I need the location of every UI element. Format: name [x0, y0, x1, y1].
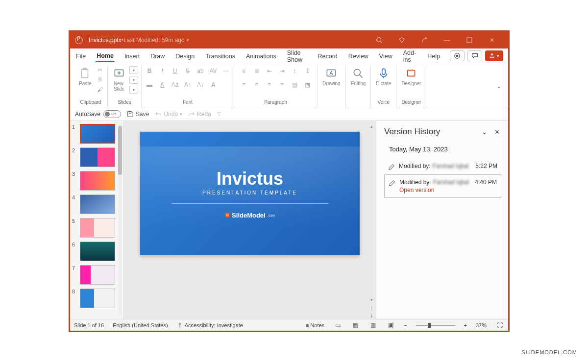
section-dropdown[interactable]: ▾ — [129, 86, 138, 94]
cut-icon[interactable]: ✂ — [96, 66, 104, 74]
diamond-icon[interactable] — [397, 36, 406, 45]
copy-icon[interactable]: ⎘ — [96, 76, 104, 84]
font-color-button[interactable]: A — [157, 80, 167, 90]
notes-button[interactable]: ≡ Notes — [306, 322, 324, 328]
shrink-font-button[interactable]: A↓ — [196, 80, 205, 90]
underline-button[interactable]: U — [170, 66, 180, 76]
text-direction-button[interactable]: ↧ — [303, 66, 313, 76]
slide-thumbnail[interactable] — [80, 171, 115, 191]
minimize-button[interactable]: — — [442, 36, 451, 45]
indent-inc-button[interactable]: ⇥ — [277, 66, 287, 76]
spacing-button[interactable]: AV — [208, 66, 218, 76]
columns-button[interactable]: ▥ — [290, 80, 300, 90]
smartart-button[interactable]: ⬔ — [303, 80, 313, 90]
document-filename[interactable]: Invictus.pptx — [89, 37, 122, 44]
version-item-selected[interactable]: Modified by: Farshad Iqbal Open version … — [384, 174, 501, 198]
tab-transitions[interactable]: Transitions — [204, 50, 236, 62]
panel-close-icon[interactable]: ✕ — [492, 127, 501, 136]
slide-counter[interactable]: Slide 1 of 16 — [74, 322, 104, 328]
autosave-toggle[interactable]: Off — [103, 110, 121, 118]
tab-home[interactable]: Home — [96, 49, 115, 62]
numbering-button[interactable]: ≣ — [252, 66, 262, 76]
tab-file[interactable]: File — [75, 50, 87, 62]
zoom-level[interactable]: 37% — [476, 322, 487, 328]
zoom-in-button[interactable]: + — [464, 322, 467, 328]
next-slide-icon[interactable]: ⭳ — [369, 313, 374, 318]
slide-thumbnail[interactable] — [80, 147, 115, 167]
shadow-button[interactable]: ab — [196, 66, 205, 76]
maximize-button[interactable] — [465, 36, 474, 45]
open-version-link[interactable]: Open version — [399, 187, 471, 194]
panel-collapse-icon[interactable]: ⌄ — [480, 127, 489, 136]
version-item[interactable]: Modified by: Farshad Iqbal 5:22 PM — [384, 159, 501, 174]
camera-button[interactable] — [450, 50, 465, 61]
strikethrough-button[interactable]: S̶ — [183, 66, 193, 76]
bold-button[interactable]: B — [145, 66, 154, 76]
justify-button[interactable]: ≡ — [277, 80, 287, 90]
bullets-button[interactable]: ≡ — [239, 66, 249, 76]
prev-slide-icon[interactable]: ⭱ — [369, 306, 374, 311]
designer-button[interactable]: Designer — [399, 66, 423, 87]
font-more[interactable]: ⋯ — [221, 66, 231, 76]
ribbon-collapse-button[interactable]: ⌄ — [496, 83, 501, 90]
align-left-button[interactable]: ≡ — [239, 80, 249, 90]
tab-record[interactable]: Record — [317, 50, 339, 62]
indent-dec-button[interactable]: ⇤ — [265, 66, 274, 76]
reset-button[interactable]: ▾ — [129, 76, 138, 84]
last-modified[interactable]: Last Modified: 59m ago — [123, 37, 185, 44]
normal-view-icon[interactable]: ▭ — [333, 322, 342, 329]
align-right-button[interactable]: ≡ — [265, 80, 274, 90]
layout-dropdown[interactable]: ▾ — [129, 66, 138, 74]
tab-view[interactable]: View — [378, 50, 393, 62]
tab-help[interactable]: Help — [426, 50, 441, 62]
slide-thumbnail[interactable] — [80, 218, 115, 238]
thumbnails-scrollbar[interactable] — [118, 124, 122, 316]
slide-thumbnail[interactable] — [80, 124, 115, 144]
redo-button[interactable]: Redo — [188, 111, 211, 118]
tab-slideshow[interactable]: Slide Show — [286, 47, 308, 65]
slide-thumbnail[interactable] — [80, 242, 115, 261]
slideshow-view-icon[interactable]: ▣ — [386, 322, 395, 329]
slide-canvas[interactable]: Invictus PRESENTATION TEMPLATE SlideMode… — [124, 121, 376, 319]
new-slide-button[interactable]: New Slide — [111, 66, 127, 93]
language-indicator[interactable]: English (United States) — [113, 322, 168, 328]
fit-window-icon[interactable]: ⛶ — [495, 322, 504, 329]
search-icon[interactable] — [375, 36, 384, 45]
reading-view-icon[interactable]: ▥ — [368, 322, 377, 329]
chevron-down-icon[interactable]: ▾ — [187, 38, 189, 43]
line-spacing-button[interactable]: ↕ — [290, 66, 300, 76]
scroll-down-icon[interactable]: ▾ — [370, 297, 373, 302]
slide-thumbnail[interactable] — [80, 194, 115, 214]
align-center-button[interactable]: ≡ — [252, 80, 262, 90]
dictate-button[interactable]: Dictate — [374, 66, 393, 87]
share-button[interactable]: ▾ — [485, 50, 503, 61]
canvas-scrollbar[interactable]: ▴ ▾ ⭱ ⭳ — [368, 121, 375, 319]
save-button[interactable]: Save — [127, 111, 149, 118]
undo-button[interactable]: Undo▾ — [155, 111, 182, 118]
coming-soon-icon[interactable] — [420, 36, 429, 45]
comments-button[interactable] — [467, 50, 482, 61]
format-painter-icon[interactable]: 🖌 — [96, 86, 104, 94]
clear-format-button[interactable]: A̷ — [208, 80, 218, 90]
zoom-out-button[interactable]: − — [404, 322, 407, 328]
scroll-up-icon[interactable]: ▴ — [370, 124, 373, 129]
accessibility-status[interactable]: Accessibility: Investigate — [177, 322, 243, 328]
tab-animations[interactable]: Animations — [245, 50, 277, 62]
zoom-slider[interactable] — [416, 325, 455, 326]
sorter-view-icon[interactable]: ▦ — [351, 322, 360, 329]
drawing-button[interactable]: A Drawing — [320, 66, 343, 87]
highlight-button[interactable]: ▬ — [145, 80, 154, 90]
close-button[interactable]: ✕ — [488, 36, 496, 45]
slide-thumbnail[interactable] — [80, 265, 115, 285]
tab-review[interactable]: Review — [347, 50, 369, 62]
paste-button[interactable]: Paste — [77, 66, 94, 87]
quick-customize[interactable]: ▽ — [217, 111, 221, 117]
current-slide[interactable]: Invictus PRESENTATION TEMPLATE SlideMode… — [140, 132, 360, 255]
tab-addins[interactable]: Add-ins — [402, 47, 418, 65]
grow-font-button[interactable]: A↑ — [183, 80, 193, 90]
tab-insert[interactable]: Insert — [123, 50, 141, 62]
tab-draw[interactable]: Draw — [149, 50, 166, 62]
editing-button[interactable]: Editing — [349, 66, 368, 87]
change-case-button[interactable]: Aa — [170, 80, 180, 90]
tab-design[interactable]: Design — [174, 50, 196, 62]
